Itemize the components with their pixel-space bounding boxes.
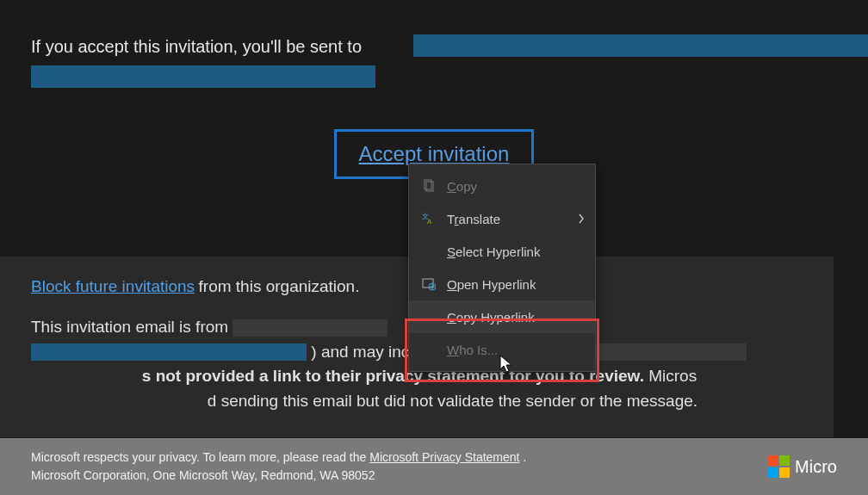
block-suffix: from this organization. (199, 277, 360, 295)
redacted-sender (232, 319, 388, 337)
microsoft-logo: Micro (767, 455, 837, 478)
footer-line1-prefix: Microsoft respects your privacy. To lear… (31, 450, 369, 464)
disclaimer-tail2: d sending this email but did not validat… (208, 392, 698, 410)
redacted-url-2 (31, 65, 375, 88)
disclaimer-tail: Micros (648, 367, 697, 385)
intro-text: If you accept this invitation, you'll be… (31, 34, 837, 88)
blank-icon (421, 244, 437, 259)
open-hyperlink-icon (421, 276, 437, 292)
redacted-domain (31, 343, 307, 361)
menu-translate-label: Translate (447, 212, 583, 226)
blank-icon-3 (421, 342, 437, 357)
chevron-right-icon (578, 212, 585, 226)
footer: Microsoft respects your privacy. To lear… (0, 438, 868, 495)
menu-copy-label: Copy (447, 179, 583, 194)
menu-copy[interactable]: Copy (409, 170, 595, 202)
redacted-org (592, 343, 747, 361)
svg-text:A: A (427, 218, 432, 226)
intro-prefix: If you accept this invitation, you'll be… (31, 37, 362, 56)
menu-select-hyperlink-label: Select Hyperlink (447, 244, 583, 259)
accept-invitation-label: Accept invitation (359, 142, 510, 165)
menu-open-hyperlink-label: Open Hyperlink (447, 277, 583, 292)
menu-select-hyperlink[interactable]: Select Hyperlink (409, 235, 595, 268)
menu-translate[interactable]: 文A Translate (409, 202, 595, 235)
block-future-invitations-link[interactable]: Block future invitations (31, 277, 195, 295)
footer-line1-suffix: . (523, 450, 526, 464)
menu-open-hyperlink[interactable]: Open Hyperlink (409, 268, 595, 300)
privacy-statement-link[interactable]: Microsoft Privacy Statement (369, 450, 519, 464)
disclaimer-prefix: This invitation email is from (31, 318, 232, 336)
context-menu: Copy 文A Translate Select Hyperlink Open … (408, 164, 596, 372)
microsoft-squares-icon (767, 455, 790, 478)
copy-icon (421, 178, 437, 194)
menu-who-is-label: Who Is... (447, 343, 583, 357)
menu-who-is[interactable]: Who Is... (409, 333, 595, 366)
redacted-url (413, 34, 868, 57)
footer-left: Microsoft respects your privacy. To lear… (31, 449, 526, 485)
blank-icon-2 (421, 309, 437, 325)
translate-icon: 文A (421, 211, 437, 226)
microsoft-brand-text: Micro (795, 457, 837, 477)
email-body: If you accept this invitation, you'll be… (0, 0, 868, 179)
menu-copy-hyperlink[interactable]: Copy Hyperlink (409, 300, 595, 333)
footer-address: Microsoft Corporation, One Microsoft Way… (31, 467, 526, 485)
menu-copy-hyperlink-label: Copy Hyperlink (447, 310, 583, 325)
